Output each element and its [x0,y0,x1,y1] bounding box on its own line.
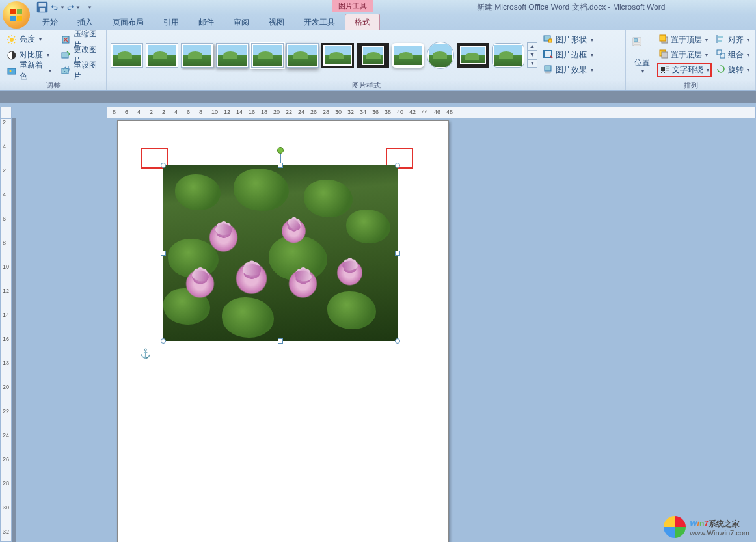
svg-rect-24 [545,66,551,71]
style-thumb-9[interactable] [392,43,424,68]
group-button[interactable]: 组合▾ [714,48,751,62]
svg-point-7 [10,38,14,42]
contrast-label: 对比度 [20,49,43,61]
style-thumb-1[interactable] [111,43,143,68]
style-thumb-7[interactable] [321,43,354,68]
tab-developer[interactable]: 开发工具 [294,14,345,30]
brightness-button[interactable]: 亮度▾ [4,33,54,47]
document-area: L 86422468101214161820222426283032343638… [0,91,756,542]
selected-picture[interactable] [163,165,398,341]
send-back-button[interactable]: 置于底层▾ [657,48,712,62]
position-button[interactable]: 位置▾ [630,35,655,75]
save-button[interactable] [35,1,49,14]
rotate-label: 旋转 [728,64,744,75]
style-thumb-6[interactable] [286,43,319,68]
vertical-ruler[interactable]: 24246810121416182022242628303234 [0,118,12,542]
group-styles-label: 图片样式 [107,80,625,90]
tab-insert[interactable]: 插入 [68,14,103,30]
redo-button[interactable]: ▼ [66,1,81,14]
align-button[interactable]: 对齐▾ [714,33,751,47]
recolor-label: 重新着色 [20,60,45,82]
svg-line-13 [14,42,16,43]
svg-rect-46 [720,53,725,58]
resize-handle-tl[interactable] [161,163,166,168]
picture-shape-label: 图片形状 [556,34,587,46]
office-button[interactable] [3,1,30,29]
svg-rect-37 [662,52,668,58]
svg-rect-44 [718,40,722,42]
svg-rect-21 [62,68,68,74]
bring-front-button[interactable]: 置于顶层▾ [657,33,712,47]
reset-picture-label: 重设图片 [74,60,100,82]
gallery-scroll[interactable]: ▲▼▾ [527,42,537,68]
ruler-topbar [0,91,756,103]
recolor-button[interactable]: 重新着色▾ [4,64,54,78]
rotate-button[interactable]: 旋转▾ [714,63,751,77]
watermark-logo [664,516,686,538]
tab-references[interactable]: 引用 [154,14,189,30]
send-back-label: 置于底层 [671,49,702,61]
ruler-corner[interactable]: L [0,107,12,118]
qat-customize[interactable]: ▼ [82,1,96,14]
svg-rect-45 [717,50,722,55]
text-wrap-label: 文字环绕 [672,64,703,75]
style-thumb-4[interactable] [216,43,249,68]
svg-rect-17 [8,68,16,74]
svg-rect-35 [660,35,666,41]
title-bar: ▼ ▼ ▼ 图片工具 新建 Microsoft Office Word 文档.d… [0,0,756,14]
svg-rect-6 [40,8,45,12]
picture-effects-label: 图片效果 [556,64,587,75]
watermark-url: www.Winwin7.com [690,529,749,537]
svg-rect-27 [634,38,638,42]
picture-content [163,165,398,341]
tab-home[interactable]: 开始 [33,14,68,30]
resize-handle-mr[interactable] [395,251,400,256]
resize-handle-tr[interactable] [395,163,400,168]
tab-review[interactable]: 审阅 [224,14,259,30]
tab-format[interactable]: 格式 [345,14,380,30]
style-thumb-5[interactable] [251,43,284,68]
style-thumb-11[interactable] [457,43,489,68]
rotation-handle[interactable] [277,147,284,154]
resize-handle-tc[interactable] [278,163,283,168]
svg-rect-2 [10,16,16,21]
svg-line-15 [14,36,16,38]
svg-rect-20 [62,53,68,58]
reset-picture-button[interactable]: 重设图片 [58,64,102,78]
group-adjust: 亮度▾ 对比度▾ 重新着色▾ 压缩图片 更改图片 重设图片 调整 [0,30,107,90]
contextual-tab-label: 图片工具 [332,0,373,12]
group-adjust-label: 调整 [0,80,106,90]
svg-point-25 [545,72,551,74]
undo-button[interactable]: ▼ [51,1,65,14]
style-thumb-2[interactable] [146,43,178,68]
svg-rect-43 [718,36,723,38]
tab-view[interactable]: 视图 [259,14,294,30]
svg-rect-38 [661,67,665,71]
window-title: 新建 Microsoft Office Word 文档.docx - Micro… [435,2,665,13]
resize-handle-bc[interactable] [278,338,283,344]
resize-handle-br[interactable] [395,338,400,344]
ruler-leftbar [12,118,16,542]
resize-handle-ml[interactable] [161,251,166,256]
group-arrange: 位置▾ 置于顶层▾ 置于底层▾ 文字环绕▾ 对齐▾ 组合▾ 旋转▾ 排列 [626,30,756,90]
group-picture-styles: ▲▼▾ 图片形状▾ 图片边框▾ 图片效果▾ 图片样式 [107,30,626,90]
style-thumb-8[interactable] [357,43,389,68]
style-thumb-12[interactable] [492,43,524,68]
picture-shape-button[interactable]: 图片形状▾ [541,33,595,47]
anchor-icon: ⚓ [140,348,151,359]
group-arrange-label: 排列 [626,80,755,90]
style-thumb-3[interactable] [181,43,213,68]
picture-styles-gallery[interactable]: ▲▼▾ [111,42,537,69]
ribbon: 亮度▾ 对比度▾ 重新着色▾ 压缩图片 更改图片 重设图片 调整 [0,30,756,91]
picture-effects-button[interactable]: 图片效果▾ [541,63,595,77]
bring-front-label: 置于顶层 [671,34,702,46]
resize-handle-bl[interactable] [161,338,166,344]
style-thumb-10[interactable] [427,42,454,69]
tab-mailings[interactable]: 邮件 [189,14,224,30]
page[interactable]: ⚓ [117,120,449,542]
tab-layout[interactable]: 页面布局 [103,14,154,30]
picture-border-button[interactable]: 图片边框▾ [541,48,595,62]
horizontal-ruler[interactable]: 8642246810121416182022242628303234363840… [107,107,756,118]
text-wrap-button[interactable]: 文字环绕▾ [657,63,712,77]
svg-rect-5 [39,3,46,7]
